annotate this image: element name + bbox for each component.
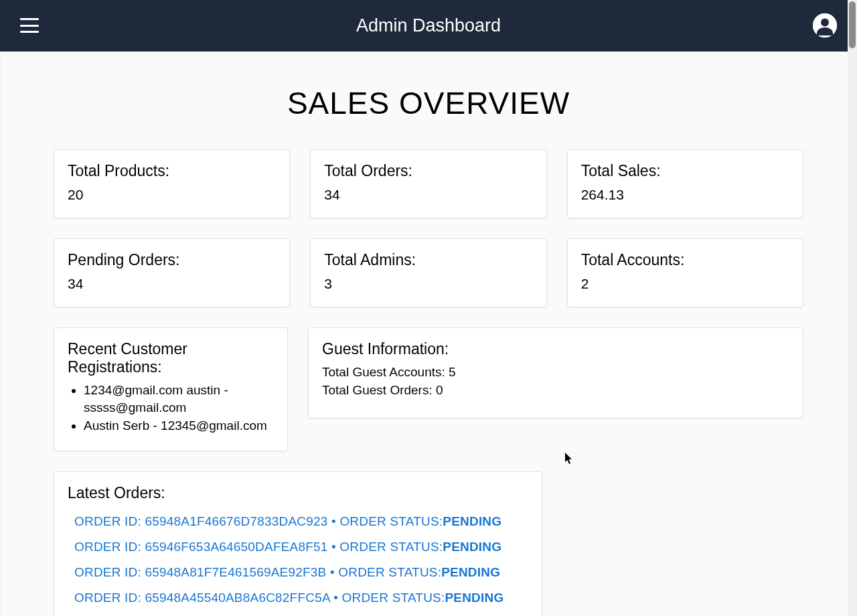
card-value: 34	[324, 187, 532, 203]
order-status: PENDING	[443, 514, 501, 528]
card-recent-registrations: Recent Customer Registrations: 1234@gmai…	[54, 327, 288, 451]
page-title: SALES OVERVIEW	[20, 85, 837, 121]
order-id-label: ORDER ID:	[74, 565, 145, 579]
card-title: Latest Orders:	[68, 484, 528, 502]
scrollbar-track[interactable]	[848, 0, 857, 616]
guest-orders-line: Total Guest Orders: 0	[322, 382, 789, 400]
svg-point-1	[821, 19, 829, 27]
guest-orders-value: 0	[436, 383, 443, 397]
order-id: 65946F653A64650DAFEA8F51	[145, 540, 327, 554]
card-label: Total Accounts:	[581, 251, 789, 269]
card-label: Total Sales:	[581, 162, 789, 180]
order-id-label: ORDER ID:	[74, 540, 145, 554]
app-header: Admin Dashboard	[0, 0, 857, 52]
order-status-label: • ORDER STATUS:	[330, 591, 445, 605]
card-pending-orders: Pending Orders: 34	[54, 238, 290, 307]
order-id: 65948A81F7E461569AE92F3B	[145, 565, 326, 579]
header-title: Admin Dashboard	[356, 15, 501, 36]
order-id: 65948A45540AB8A6C82FFC5A	[145, 591, 329, 605]
card-label: Pending Orders:	[68, 251, 276, 269]
card-title: Recent Customer Registrations:	[68, 340, 274, 376]
account-icon[interactable]	[813, 13, 837, 37]
stats-row-2: Pending Orders: 34 Total Admins: 3 Total…	[20, 238, 837, 307]
order-status-label: • ORDER STATUS:	[328, 540, 443, 554]
card-guest-info: Guest Information: Total Guest Accounts:…	[308, 327, 803, 418]
order-link[interactable]: ORDER ID: 65948A45540AB8A6C82FFC5A • ORD…	[68, 585, 528, 611]
order-status: PENDING	[441, 565, 500, 579]
order-id-label: ORDER ID:	[74, 591, 145, 605]
card-label: Total Orders:	[324, 162, 532, 180]
guest-orders-label: Total Guest Orders:	[322, 383, 436, 397]
card-value: 20	[68, 187, 276, 203]
card-total-products: Total Products: 20	[54, 149, 290, 218]
stats-row-1: Total Products: 20 Total Orders: 34 Tota…	[20, 149, 837, 218]
card-value: 2	[581, 276, 789, 292]
card-value: 3	[324, 276, 532, 292]
list-item: Austin Serb - 12345@gmail.com	[84, 417, 274, 435]
card-total-admins: Total Admins: 3	[310, 238, 546, 307]
card-latest-orders: Latest Orders: ORDER ID: 65948A1F46676D7…	[54, 471, 542, 616]
order-status: PENDING	[445, 591, 503, 605]
stats-row-3: Recent Customer Registrations: 1234@gmai…	[20, 327, 837, 451]
card-total-orders: Total Orders: 34	[310, 149, 546, 218]
card-total-sales: Total Sales: 264.13	[567, 149, 803, 218]
order-link[interactable]: ORDER ID: 65948A1F46676D7833DAC923 • ORD…	[68, 509, 528, 534]
order-id: 65948A1F46676D7833DAC923	[145, 514, 327, 528]
order-status: PENDING	[443, 540, 501, 554]
card-label: Total Products:	[68, 162, 276, 180]
order-id-label: ORDER ID:	[74, 514, 145, 528]
registrations-list: 1234@gmail.com austin - sssss@gmail.com …	[68, 382, 274, 435]
list-item: 1234@gmail.com austin - sssss@gmail.com	[84, 382, 274, 416]
order-status-label: • ORDER STATUS:	[326, 565, 441, 579]
guest-accounts-label: Total Guest Accounts:	[322, 365, 449, 379]
guest-accounts-value: 5	[449, 365, 456, 379]
card-label: Total Admins:	[324, 251, 532, 269]
card-title: Guest Information:	[322, 340, 789, 358]
order-status-label: • ORDER STATUS:	[328, 514, 443, 528]
menu-icon[interactable]	[20, 18, 39, 33]
order-link[interactable]: ORDER ID: 65948A81F7E461569AE92F3B • ORD…	[68, 560, 528, 585]
order-link[interactable]: ORDER ID: 65946F653A64650DAFEA8F51 • ORD…	[68, 534, 528, 560]
guest-accounts-line: Total Guest Accounts: 5	[322, 364, 789, 382]
card-total-accounts: Total Accounts: 2	[567, 238, 803, 307]
scrollbar-thumb[interactable]	[849, 1, 856, 48]
card-value: 264.13	[581, 187, 789, 203]
content-wrapper: SALES OVERVIEW Total Products: 20 Total …	[1, 52, 856, 616]
card-value: 34	[68, 276, 276, 292]
